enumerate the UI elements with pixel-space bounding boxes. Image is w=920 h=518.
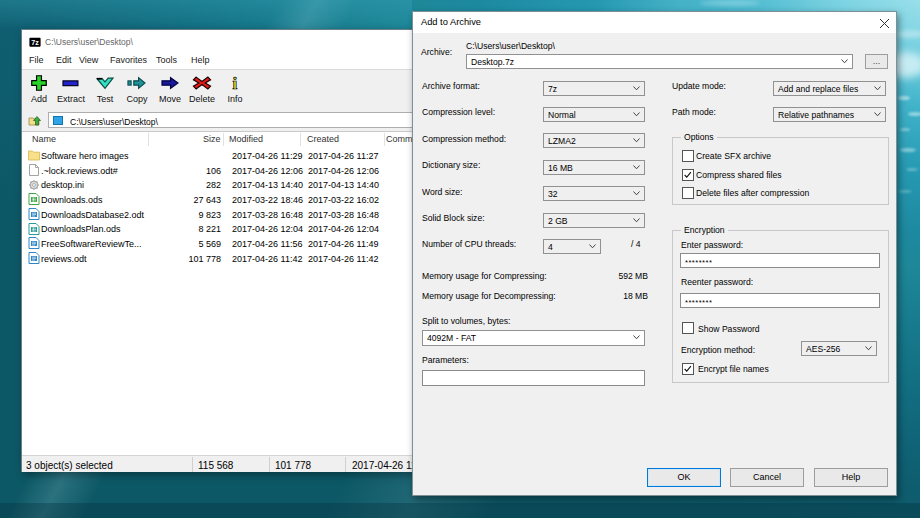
svg-text:7z: 7z xyxy=(31,38,39,47)
svg-text:i: i xyxy=(233,75,238,91)
